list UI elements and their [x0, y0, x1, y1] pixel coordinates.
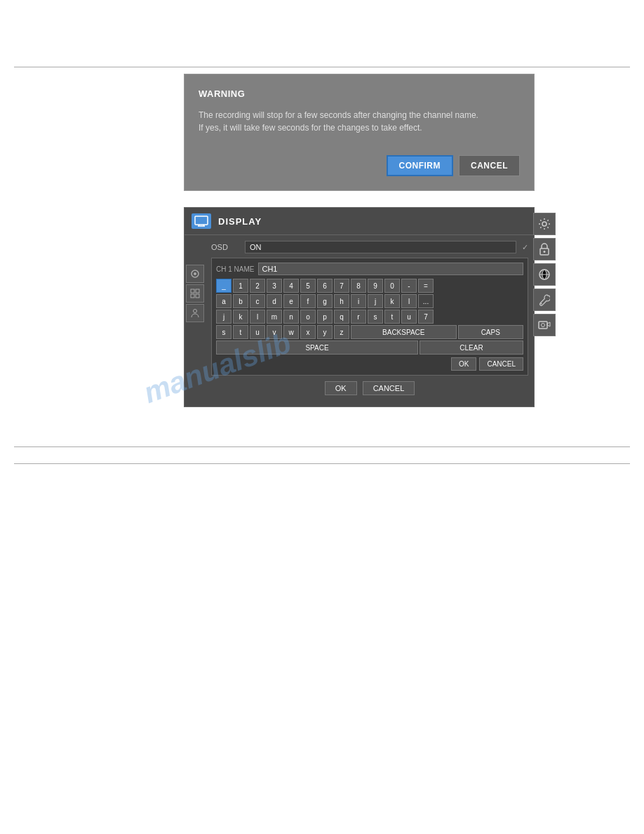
- key-i[interactable]: i: [351, 294, 366, 308]
- kb-ok-button[interactable]: OK: [451, 357, 476, 371]
- key-q[interactable]: q: [334, 310, 349, 324]
- key-k2[interactable]: k: [384, 294, 400, 308]
- svg-rect-0: [195, 216, 208, 225]
- display-title: DISPLAY: [218, 216, 262, 227]
- key-e[interactable]: e: [283, 294, 299, 308]
- warning-line1: The recording will stop for a few second…: [199, 110, 478, 120]
- warning-dialog: WARNING The recording will stop for a fe…: [184, 74, 535, 191]
- key-b[interactable]: b: [233, 294, 248, 308]
- key-z[interactable]: z: [334, 325, 349, 339]
- sidebar-icons: [533, 213, 556, 336]
- key-g[interactable]: g: [317, 294, 333, 308]
- key-p[interactable]: p: [317, 310, 333, 324]
- key-2[interactable]: 2: [250, 279, 265, 293]
- sidebar-lock-icon[interactable]: [533, 238, 556, 260]
- top-divider: [14, 67, 630, 67]
- warning-cancel-button[interactable]: CANCEL: [459, 155, 520, 176]
- panel-ok-button[interactable]: OK: [325, 381, 357, 395]
- svg-point-10: [194, 310, 197, 313]
- sidebar-camera-settings-icon[interactable]: [533, 314, 556, 336]
- key-minus[interactable]: -: [401, 279, 417, 293]
- key-j2[interactable]: j: [368, 294, 383, 308]
- display-header: DISPLAY: [185, 208, 534, 235]
- warning-title: WARNING: [199, 88, 520, 99]
- key-1[interactable]: 1: [233, 279, 248, 293]
- confirm-button[interactable]: CONFIRM: [387, 155, 454, 176]
- svg-rect-8: [191, 294, 194, 298]
- key-4[interactable]: 4: [283, 279, 299, 293]
- clear-key[interactable]: CLEAR: [420, 340, 523, 355]
- key-9[interactable]: 9: [368, 279, 383, 293]
- key-y[interactable]: y: [317, 325, 333, 339]
- key-k[interactable]: k: [233, 310, 248, 324]
- kb-row-j-7: j k l m n o p q r s t u 7: [216, 310, 523, 324]
- space-key[interactable]: SPACE: [216, 340, 418, 355]
- kb-name-label: CH 1 NAME: [216, 265, 254, 273]
- kb-name-input[interactable]: [258, 263, 523, 275]
- caps-key[interactable]: CAPS: [458, 325, 524, 339]
- svg-point-17: [542, 324, 545, 327]
- key-h[interactable]: h: [334, 294, 349, 308]
- sidebar-settings-icon[interactable]: [533, 213, 556, 235]
- key-x[interactable]: x: [300, 325, 316, 339]
- key-n[interactable]: n: [283, 310, 299, 324]
- warning-buttons: CONFIRM CANCEL: [199, 155, 520, 176]
- svg-point-15: [541, 303, 542, 305]
- svg-rect-7: [196, 289, 199, 293]
- key-s[interactable]: s: [216, 325, 232, 339]
- key-f[interactable]: f: [300, 294, 316, 308]
- key-3[interactable]: 3: [267, 279, 282, 293]
- key-ellipsis[interactable]: ...: [418, 294, 434, 308]
- sidebar-wrench-icon[interactable]: [533, 289, 556, 311]
- panel-bottom: OK CANCEL: [211, 376, 528, 401]
- key-l[interactable]: l: [250, 310, 265, 324]
- key-7[interactable]: 7: [334, 279, 349, 293]
- key-j[interactable]: j: [216, 310, 232, 324]
- kb-row-s-z: s t u v w x y z BACKSPACE CAPS: [216, 325, 523, 339]
- bot-divider: [14, 463, 630, 464]
- key-l2[interactable]: l: [401, 294, 417, 308]
- panel-cancel-button[interactable]: CANCEL: [363, 381, 415, 395]
- key-7b[interactable]: 7: [418, 310, 434, 324]
- key-t[interactable]: t: [233, 325, 248, 339]
- kb-row-numbers: _ 1 2 3 4 5 6 7 8 9 0 - =: [216, 279, 523, 293]
- nav-grid-icon[interactable]: [186, 284, 204, 303]
- key-o[interactable]: o: [300, 310, 316, 324]
- key-r[interactable]: r: [351, 310, 366, 324]
- key-t2[interactable]: t: [384, 310, 400, 324]
- nav-camera-icon[interactable]: [186, 265, 204, 283]
- key-5[interactable]: 5: [300, 279, 316, 293]
- mid-divider: [14, 446, 630, 447]
- key-c[interactable]: c: [250, 294, 265, 308]
- kb-row-a-l: a b c d e f g h i j k l ...: [216, 294, 523, 308]
- svg-rect-16: [539, 322, 547, 329]
- kb-cancel-button[interactable]: CANCEL: [479, 357, 523, 371]
- kb-row-space: SPACE CLEAR: [216, 340, 523, 355]
- key-s2[interactable]: s: [368, 310, 383, 324]
- key-8[interactable]: 8: [351, 279, 366, 293]
- key-v[interactable]: v: [267, 325, 282, 339]
- key-a[interactable]: a: [216, 294, 232, 308]
- key-equals[interactable]: =: [418, 279, 434, 293]
- kb-name-row: CH 1 NAME: [216, 263, 523, 275]
- panel-nav: [185, 262, 206, 325]
- kb-actions: OK CANCEL: [216, 357, 523, 371]
- panel-content: OSD ON ✓ CH 1 NAME _ 1 2 3 4 5: [185, 235, 534, 406]
- key-u[interactable]: u: [250, 325, 265, 339]
- key-m[interactable]: m: [267, 310, 282, 324]
- nav-person-icon[interactable]: [186, 304, 204, 322]
- key-underscore[interactable]: _: [216, 279, 232, 293]
- keyboard-popup: CH 1 NAME _ 1 2 3 4 5 6 7 8 9 0 -: [211, 258, 528, 376]
- key-6[interactable]: 6: [317, 279, 333, 293]
- svg-point-13: [544, 251, 546, 253]
- backspace-key[interactable]: BACKSPACE: [351, 325, 457, 339]
- svg-point-5: [194, 272, 196, 275]
- warning-text: The recording will stop for a few second…: [199, 109, 520, 134]
- sidebar-globe-icon[interactable]: [533, 263, 556, 286]
- key-d[interactable]: d: [267, 294, 282, 308]
- osd-row: OSD ON ✓: [211, 241, 528, 253]
- key-w[interactable]: w: [283, 325, 299, 339]
- key-u2[interactable]: u: [401, 310, 417, 324]
- key-0[interactable]: 0: [384, 279, 400, 293]
- display-icon: [192, 213, 211, 229]
